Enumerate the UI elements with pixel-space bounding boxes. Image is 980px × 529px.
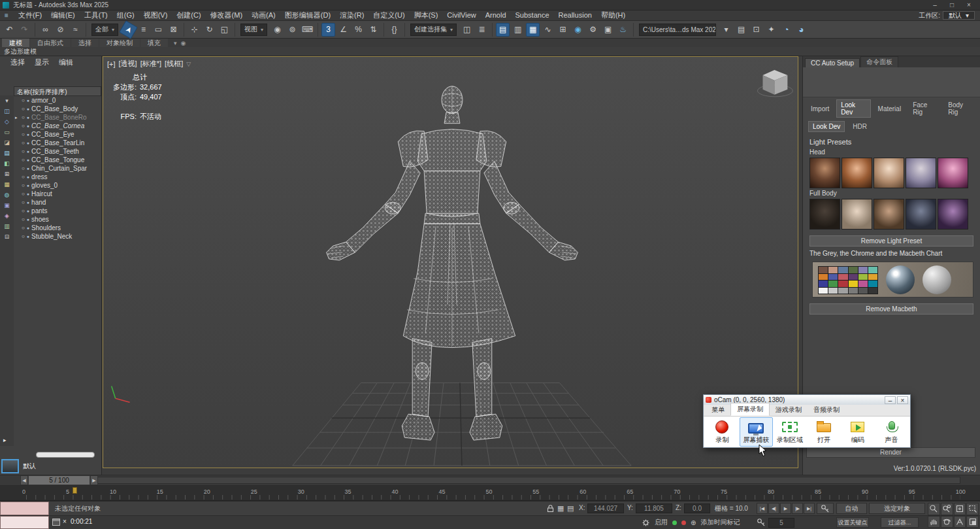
y-coord-field[interactable]: 11.805 xyxy=(636,503,672,513)
overlay-close-icon[interactable]: × xyxy=(63,518,67,525)
menu-item[interactable]: Substance xyxy=(511,10,554,20)
scene-object-row[interactable]: ○ ● CC_Base_Body xyxy=(14,105,101,113)
render-production-icon[interactable]: ♨ xyxy=(616,23,630,37)
scene-object-row[interactable]: ○ ● Haircut xyxy=(14,190,101,198)
align-icon[interactable]: ≣ xyxy=(475,23,489,37)
explorer-menu[interactable]: 选择 xyxy=(10,58,25,67)
remove-macbeth-button[interactable]: Remove Macbeth xyxy=(809,303,973,315)
explorer-preset-thumbnail[interactable] xyxy=(1,459,19,473)
body-light-preset-thumbnail[interactable] xyxy=(841,199,872,230)
remove-light-preset-button[interactable]: Remove Light Preset xyxy=(809,235,973,247)
ocam-sound-button[interactable]: 声音 xyxy=(875,417,908,447)
ribbon-tab[interactable]: 选择 xyxy=(71,39,99,47)
rendered-frame-icon[interactable]: ▣ xyxy=(601,23,615,37)
transport-button[interactable]: |◀ xyxy=(757,503,768,514)
time-slider-value[interactable]: 5 / 100 xyxy=(28,475,90,485)
cc-main-tab[interactable]: Look Dev xyxy=(836,99,870,118)
visibility-icon[interactable]: ○ xyxy=(22,233,25,239)
snaps-toggle-icon[interactable]: 3 xyxy=(321,23,335,37)
cc-main-tab[interactable]: Body Rig xyxy=(943,99,977,118)
viewport-shading-menu[interactable]: [线框] xyxy=(165,59,183,69)
adaptive-degradation-label[interactable]: 启用 xyxy=(655,518,668,527)
z-coord-field[interactable]: 0.0 xyxy=(684,503,710,513)
previous-frame-arrow[interactable]: ◀ xyxy=(20,475,28,485)
scene-object-row[interactable]: ○ ● CC_Base_TearLin xyxy=(14,139,101,147)
tab-command-panel[interactable]: 命令面板 xyxy=(860,56,898,67)
scene-object-row[interactable]: ▸ ○ ● CC_Base_BoneRo xyxy=(14,113,101,122)
transport-button[interactable]: |▶ xyxy=(792,503,803,514)
material-editor-icon[interactable]: ◉ xyxy=(571,23,585,37)
x-coord-field[interactable]: 144.027 xyxy=(587,503,624,513)
menu-item[interactable]: 工具(T) xyxy=(80,10,112,20)
scene-object-row[interactable]: ○ ● Chin_Curtain_Spar xyxy=(14,164,101,173)
next-frame-arrow[interactable]: ▶ xyxy=(90,475,98,485)
visibility-icon[interactable]: ○ xyxy=(22,174,25,180)
zoom-region-icon[interactable] xyxy=(966,503,979,515)
ribbon-pin-icon[interactable]: ◉ xyxy=(181,40,186,46)
gear-icon[interactable] xyxy=(642,519,650,527)
select-and-link-icon[interactable]: ∞ xyxy=(39,23,52,37)
scene-object-row[interactable]: ○ ● CC_Base_Eye xyxy=(14,130,101,139)
scene-object-row[interactable]: ○ ● shoes xyxy=(14,215,101,224)
set-key-button[interactable]: 设置关键点 xyxy=(836,517,869,528)
add-time-tag[interactable]: 添加时间标记 xyxy=(700,518,740,527)
transport-button[interactable]: ◀| xyxy=(768,503,779,514)
schematic-view-icon[interactable]: ⊞ xyxy=(556,23,570,37)
visibility-icon[interactable]: ○ xyxy=(22,157,25,163)
select-and-move-icon[interactable]: ⊹ xyxy=(188,23,201,37)
explorer-tool-icon[interactable]: ▥ xyxy=(2,222,12,231)
key-filters-button[interactable]: 过滤器... xyxy=(881,517,919,528)
menu-item[interactable]: 渲染(R) xyxy=(335,10,368,20)
macbeth-preview-image[interactable] xyxy=(812,262,973,298)
project-folder-field[interactable]: C:\Users\ta…ds Max 2021 xyxy=(639,24,716,36)
visibility-icon[interactable]: ○ xyxy=(22,123,25,129)
panel-expand-icon[interactable]: ▸ xyxy=(3,437,7,443)
ocam-tab[interactable]: 屏幕录制 xyxy=(730,403,770,416)
mini-window-icon[interactable] xyxy=(52,519,60,526)
bind-to-spacewarp-icon[interactable]: ≈ xyxy=(69,23,82,37)
ocam-record-region-button[interactable]: 录制区域 xyxy=(774,417,807,447)
scene-object-row[interactable]: ○ ● CC_Base_Tongue xyxy=(14,156,101,164)
visibility-icon[interactable]: ○ xyxy=(22,191,25,197)
visibility-icon[interactable]: ○ xyxy=(22,148,25,154)
menu-item[interactable]: 动画(A) xyxy=(247,10,280,20)
visibility-icon[interactable]: ○ xyxy=(22,165,25,171)
menu-item[interactable]: 视图(V) xyxy=(139,10,172,20)
select-object-icon[interactable]: ➤ xyxy=(119,20,138,39)
menu-item[interactable]: 修改器(M) xyxy=(206,10,248,20)
time-slider-handle[interactable]: ◀ 5 / 100 ▶ xyxy=(20,475,98,485)
viewport-general-menu[interactable]: [+] xyxy=(107,60,116,68)
toolbar-extra-icon[interactable]: ✦ xyxy=(764,23,778,37)
explorer-tool-icon[interactable]: ◧ xyxy=(2,160,12,168)
rectangular-selection-icon[interactable]: ▭ xyxy=(152,23,165,37)
tab-cc-auto-setup[interactable]: CC Auto Setup xyxy=(805,58,860,67)
track-bar[interactable]: 0510152025303540455055606570758085909510… xyxy=(0,486,980,501)
viewport-style-menu[interactable]: [标准*] xyxy=(140,59,161,69)
explorer-tool-icon[interactable]: ⊞ xyxy=(2,170,12,179)
layer-explorer-icon[interactable]: ▥ xyxy=(511,23,525,37)
orbit-icon[interactable] xyxy=(941,516,953,528)
explorer-menu[interactable]: 编辑 xyxy=(59,58,73,67)
scene-object-row[interactable]: ○ ● dress xyxy=(14,173,101,181)
menu-item[interactable]: 帮助(H) xyxy=(596,10,630,20)
zoom-all-icon[interactable] xyxy=(941,503,953,515)
reference-coordinate-select[interactable]: 视图▾ xyxy=(240,24,267,36)
scene-object-row[interactable]: ○ ● gloves_0 xyxy=(14,181,101,190)
menu-item[interactable]: Reallusion xyxy=(554,10,596,20)
ribbon-panel-label[interactable]: 多边形建模 xyxy=(4,47,37,56)
ribbon-tab[interactable]: 对象绘制 xyxy=(99,39,140,47)
visibility-icon[interactable]: ○ xyxy=(22,182,25,188)
mini-listener-field[interactable] xyxy=(0,516,49,529)
spinner-snap-icon[interactable]: ⇅ xyxy=(367,23,380,37)
explorer-sort-header[interactable]: 名称(按升序排序) xyxy=(14,86,101,96)
cc-main-tab[interactable]: Face Rig xyxy=(908,99,941,118)
zoom-icon[interactable] xyxy=(928,503,940,515)
explorer-tool-icon[interactable]: ◫ xyxy=(2,107,12,116)
explorer-tool-icon[interactable]: ◇ xyxy=(2,118,12,126)
head-light-preset-thumbnail[interactable] xyxy=(906,158,936,188)
select-and-manipulate-icon[interactable]: ⊚ xyxy=(286,23,299,37)
help-community-icon[interactable]: ◔ xyxy=(779,23,793,37)
body-light-preset-thumbnail[interactable] xyxy=(874,199,904,230)
menu-item[interactable]: 自定义(U) xyxy=(368,10,409,20)
visibility-icon[interactable]: ○ xyxy=(22,208,25,214)
